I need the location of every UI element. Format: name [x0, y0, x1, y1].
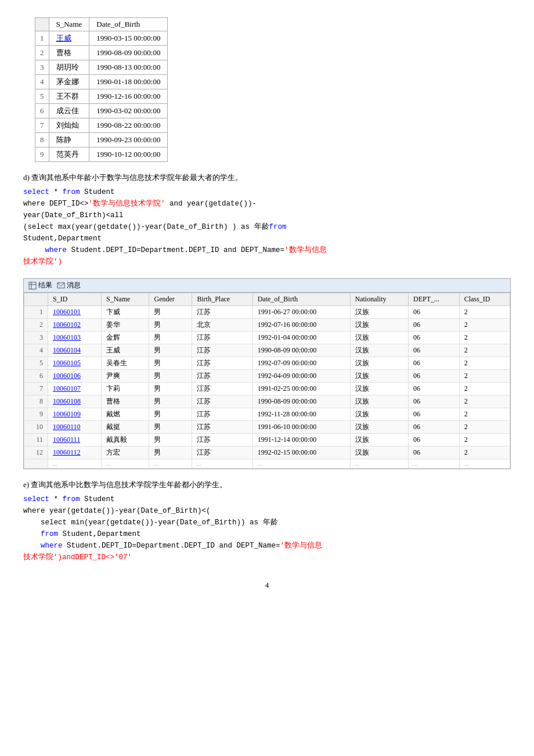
- table-cell: 06: [408, 370, 459, 383]
- message-icon: [57, 282, 65, 290]
- table-cell: 汉族: [350, 370, 408, 383]
- code-line: where year(getdate())-year(Date_of_Birth…: [23, 505, 511, 517]
- table-cell: 姜华: [101, 319, 149, 332]
- table-cell: 戴燃: [101, 408, 149, 421]
- table-cell: 江苏: [192, 357, 252, 370]
- table-row: 410060104王威男江苏1990-08-09 00:00:00汉族062: [24, 344, 510, 357]
- table-cell: 2: [459, 408, 510, 421]
- table-cell: 汉族: [350, 306, 408, 319]
- table-cell: 汉族: [350, 408, 408, 421]
- table-cell: 10060112: [48, 447, 102, 459]
- table-cell: 10060101: [48, 306, 102, 319]
- tab-results[interactable]: 结果: [28, 280, 52, 290]
- code-line: from Student,Department: [23, 528, 511, 540]
- table-cell: 1990-08-09 00:00:00: [252, 395, 350, 408]
- table-cell: 10060104: [48, 344, 102, 357]
- section-d-desc: d) 查询其他系中年龄小于数学与信息技术学院年龄最大者的学生。: [23, 172, 511, 183]
- table-cell: 1991-02-25 00:00:00: [252, 383, 350, 395]
- table-row: 1110060111戴真毅男江苏1991-12-14 00:00:00汉族062: [24, 434, 510, 447]
- table-cell: 10060105: [48, 357, 102, 370]
- table-cell: 汉族: [350, 319, 408, 332]
- table-cell: 06: [408, 332, 459, 344]
- code-line: where Student.DEPT_ID=Department.DEPT_ID…: [23, 244, 511, 256]
- table-cell: 10060110: [48, 421, 102, 434]
- table-cell: 男: [149, 395, 192, 408]
- table-cell: 2: [459, 370, 510, 383]
- code-line: Student,Department: [23, 233, 511, 244]
- table-cell: 1992-07-09 00:00:00: [252, 357, 350, 370]
- table-cell: 2: [459, 447, 510, 459]
- table-cell: 金辉: [101, 332, 149, 344]
- table-cell: 戴挺: [101, 421, 149, 434]
- table-row: 3胡玥玲1990-08-13 00:00:00: [35, 60, 168, 75]
- table-cell: 汉族: [350, 434, 408, 447]
- col-header: Birth_Place: [192, 293, 252, 306]
- col-dob: Date_of_Birth: [89, 18, 168, 31]
- table-row: 910060109戴燃男江苏1992-11-28 00:00:00汉族062: [24, 408, 510, 421]
- table-cell: 10060111: [48, 434, 102, 447]
- table-cell: 3: [24, 332, 48, 344]
- table-cell: 11: [24, 434, 48, 447]
- table-cell: 汉族: [350, 357, 408, 370]
- code-line: where DEPT_ID<>'数学与信息技术学院' and year(getd…: [23, 198, 511, 210]
- table-cell: 男: [149, 447, 192, 459]
- table-cell: 男: [149, 383, 192, 395]
- table-cell: 10060102: [48, 319, 102, 332]
- table-row: 510060105吴春生男江苏1992-07-09 00:00:00汉族062: [24, 357, 510, 370]
- col-header: DEPT_...: [408, 293, 459, 306]
- table-cell: 2: [459, 306, 510, 319]
- table-cell: 王威: [101, 344, 149, 357]
- result-panel: 结果 消息 S_IDS_NameGenderBirth_PlaceDate_of…: [23, 278, 511, 469]
- svg-rect-0: [29, 282, 36, 289]
- table-cell: 8: [24, 395, 48, 408]
- tab-messages[interactable]: 消息: [57, 280, 81, 290]
- section-e-desc: e) 查询其他系中比数学与信息技术学院学生年龄都小的学生。: [23, 480, 511, 490]
- table-cell: 汉族: [350, 421, 408, 434]
- col-header: [24, 293, 48, 306]
- table-row: 5王不群1990-12-16 00:00:00: [35, 89, 168, 104]
- result-data-table: S_IDS_NameGenderBirth_PlaceDate_of_Birth…: [24, 293, 510, 469]
- table-cell: 06: [408, 421, 459, 434]
- col-header: Gender: [149, 293, 192, 306]
- table-row: 2曹格1990-08-09 00:00:00: [35, 46, 168, 60]
- table-row: 8陈静1990-09-23 00:00:00: [35, 133, 168, 147]
- table-cell: 06: [408, 357, 459, 370]
- top-result-table: S_Name Date_of_Birth 1王威1990-03-15 00:00…: [35, 17, 168, 162]
- code-line: year(Date_of_Birth)<all: [23, 210, 511, 221]
- code-line: (select max(year(getdate())-year(Date_of…: [23, 221, 511, 233]
- table-cell: 男: [149, 434, 192, 447]
- table-row: 710060107卞莉男江苏1991-02-25 00:00:00汉族062: [24, 383, 510, 395]
- table-cell: 2: [459, 434, 510, 447]
- table-cell: 4: [24, 344, 48, 357]
- col-header: Nationality: [350, 293, 408, 306]
- table-cell: 10060109: [48, 408, 102, 421]
- table-cell: 1: [24, 306, 48, 319]
- tab-messages-label: 消息: [67, 280, 81, 290]
- table-cell: 江苏: [192, 344, 252, 357]
- table-row: 810060108曹格男江苏1990-08-09 00:00:00汉族062: [24, 395, 510, 408]
- code-line: select * from Student: [23, 494, 511, 505]
- table-cell: 男: [149, 421, 192, 434]
- table-cell: 汉族: [350, 447, 408, 459]
- code-line: 技术学院')andDEPT_ID<>'07': [23, 552, 511, 563]
- table-cell: 男: [149, 370, 192, 383]
- table-cell: 方宏: [101, 447, 149, 459]
- table-cell: 1991-12-14 00:00:00: [252, 434, 350, 447]
- table-cell: 06: [408, 434, 459, 447]
- col-header: Date_of_Birth: [252, 293, 350, 306]
- table-cell: 男: [149, 306, 192, 319]
- table-cell: 2: [459, 383, 510, 395]
- table-cell: 1992-11-28 00:00:00: [252, 408, 350, 421]
- col-header: Class_ID: [459, 293, 510, 306]
- table-cell: 汉族: [350, 395, 408, 408]
- table-cell: 9: [24, 408, 48, 421]
- table-icon: [28, 282, 37, 290]
- table-cell: 汉族: [350, 332, 408, 344]
- table-row: 310060103金辉男江苏1992-01-04 00:00:00汉族062: [24, 332, 510, 344]
- page-number: 4: [23, 581, 511, 590]
- table-cell: 戴真毅: [101, 434, 149, 447]
- table-cell: 7: [24, 383, 48, 395]
- table-cell: 江苏: [192, 370, 252, 383]
- section-e-code: select * from Studentwhere year(getdate(…: [23, 494, 511, 563]
- col-sname: S_Name: [49, 18, 89, 31]
